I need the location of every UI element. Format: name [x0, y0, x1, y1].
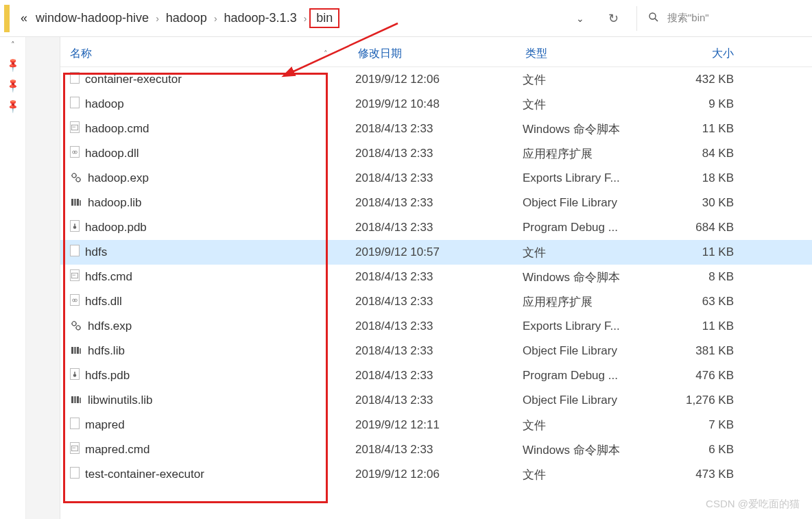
file-row[interactable]: hadoop.pdb2018/4/13 2:33Program Debug ..… [60, 215, 812, 240]
sort-indicator-icon: ˄ [324, 49, 328, 58]
pin-icon[interactable]: 📌 [5, 97, 21, 113]
file-row[interactable]: mapred.cmd2018/4/13 2:33Windows 命令脚本6 KB [60, 437, 812, 462]
file-name: hadoop.pdb [85, 221, 147, 234]
file-row[interactable]: hdfs.cmd2018/4/13 2:33Windows 命令脚本8 KB [60, 265, 812, 289]
file-name-cell: hdfs.lib [60, 343, 355, 359]
history-dropdown-button[interactable]: ⌄ [571, 9, 590, 28]
pin-icon[interactable]: 📌 [5, 77, 21, 93]
file-type: Windows 命令脚本 [523, 121, 661, 137]
svg-point-7 [72, 173, 76, 178]
svg-rect-31 [80, 398, 81, 403]
file-date: 2018/4/13 2:33 [355, 171, 523, 185]
file-icon [70, 245, 80, 260]
file-type: Program Debug ... [523, 221, 661, 234]
file-row[interactable]: hadoop2019/9/12 10:48文件9 KB [60, 92, 812, 117]
breadcrumb-part-1[interactable]: hadoop [162, 8, 211, 28]
file-name: libwinutils.lib [88, 394, 152, 407]
file-name: mapred.cmd [85, 443, 150, 457]
file-name-cell: hdfs [60, 245, 355, 260]
address-toolbar: « window-hadoop-hive › hadoop › hadoop-3… [0, 0, 812, 37]
header-size[interactable]: 大小 [661, 47, 750, 61]
file-date: 2019/9/12 10:57 [355, 245, 523, 259]
file-type: Exports Library F... [523, 319, 661, 333]
file-type: 文件 [523, 72, 661, 88]
breadcrumb-prefix[interactable]: « [16, 8, 32, 28]
file-name-cell: hadoop.dll [60, 146, 355, 161]
file-row[interactable]: test-container-executor2019/9/12 12:06文件… [60, 462, 812, 487]
file-size: 1,276 KB [661, 394, 750, 407]
file-type: Program Debug ... [523, 369, 661, 383]
file-icon [70, 72, 80, 87]
refresh-button[interactable]: ↻ [604, 9, 623, 28]
file-row[interactable]: hdfs.lib2018/4/13 2:33Object File Librar… [60, 339, 812, 363]
file-date: 2019/9/12 10:48 [355, 97, 523, 111]
file-name-cell: container-executor [60, 72, 355, 87]
file-name-cell: mapred.cmd [60, 442, 355, 457]
file-icon [70, 442, 80, 457]
file-icon [70, 195, 82, 211]
file-size: 11 KB [661, 319, 750, 333]
file-name: test-container-executor [85, 468, 204, 481]
search-box[interactable]: 搜索"bin" [636, 6, 808, 31]
file-size: 11 KB [661, 245, 750, 259]
file-type: 文件 [523, 97, 661, 112]
file-row[interactable]: container-executor2019/9/12 12:06文件432 K… [60, 67, 812, 92]
file-date: 2018/4/13 2:33 [355, 122, 523, 136]
pin-icon[interactable]: 📌 [5, 56, 21, 72]
file-type: Exports Library F... [523, 171, 661, 185]
file-row[interactable]: hadoop.dll2018/4/13 2:33应用程序扩展84 KB [60, 141, 812, 166]
file-name: hadoop.dll [85, 147, 139, 160]
file-name: hdfs.cmd [85, 270, 132, 284]
svg-point-0 [649, 13, 656, 19]
file-row[interactable]: mapred2019/9/12 12:11文件7 KB [60, 413, 812, 437]
file-date: 2018/4/13 2:33 [355, 221, 523, 234]
file-size: 432 KB [661, 73, 750, 86]
breadcrumb-part-3[interactable]: bin [309, 8, 339, 28]
svg-rect-11 [77, 199, 79, 206]
file-row[interactable]: hadoop.exp2018/4/13 2:33Exports Library … [60, 166, 812, 191]
file-size: 8 KB [661, 270, 750, 284]
file-name-cell: hdfs.dll [60, 294, 355, 309]
file-row[interactable]: hdfs2019/9/12 10:57文件11 KB [60, 240, 812, 265]
file-name-cell: hadoop [60, 97, 355, 112]
file-row[interactable]: hdfs.exp2018/4/13 2:33Exports Library F.… [60, 314, 812, 339]
file-date: 2018/4/13 2:33 [355, 443, 523, 457]
folder-indicator [4, 5, 10, 32]
header-type[interactable]: 类型 [523, 47, 661, 61]
svg-point-33 [73, 447, 74, 448]
file-date: 2019/9/12 12:06 [355, 73, 523, 86]
file-row[interactable]: hadoop.cmd2018/4/13 2:33Windows 命令脚本11 K… [60, 117, 812, 141]
file-size: 18 KB [661, 171, 750, 185]
file-size: 7 KB [661, 418, 750, 432]
file-size: 11 KB [661, 122, 750, 136]
svg-rect-9 [71, 199, 73, 206]
file-row[interactable]: hdfs.dll2018/4/13 2:33应用程序扩展63 KB [60, 289, 812, 314]
breadcrumb-part-0[interactable]: window-hadoop-hive [32, 8, 153, 28]
file-type: 文件 [523, 418, 661, 433]
breadcrumb-part-2[interactable]: hadoop-3.1.3 [220, 8, 301, 28]
file-row[interactable]: hadoop.lib2018/4/13 2:33Object File Libr… [60, 191, 812, 215]
svg-point-3 [73, 126, 74, 128]
file-date: 2018/4/13 2:33 [355, 270, 523, 284]
file-row[interactable]: hdfs.pdb2018/4/13 2:33Program Debug ...4… [60, 363, 812, 388]
file-row[interactable]: libwinutils.lib2018/4/13 2:33Object File… [60, 388, 812, 413]
file-type: 应用程序扩展 [523, 294, 661, 310]
svg-rect-14 [74, 224, 75, 226]
file-name-cell: mapred [60, 418, 355, 433]
header-date[interactable]: 修改日期 [355, 47, 523, 61]
file-name-cell: hdfs.exp [60, 319, 355, 335]
scroll-up-icon[interactable]: ˄ [8, 40, 18, 49]
svg-point-13 [73, 226, 77, 229]
file-type: Object File Library [523, 196, 661, 210]
watermark: CSDN @爱吃面的猫 [706, 498, 800, 511]
file-date: 2018/4/13 2:33 [355, 147, 523, 160]
header-name[interactable]: 名称 ˄ [60, 47, 355, 61]
file-icon [70, 418, 80, 433]
file-name-cell: hadoop.cmd [60, 121, 355, 136]
file-name: hadoop.lib [88, 196, 141, 210]
svg-rect-22 [71, 347, 73, 354]
file-size: 476 KB [661, 369, 750, 383]
file-size: 9 KB [661, 97, 750, 111]
file-size: 84 KB [661, 147, 750, 160]
svg-point-8 [76, 178, 80, 182]
